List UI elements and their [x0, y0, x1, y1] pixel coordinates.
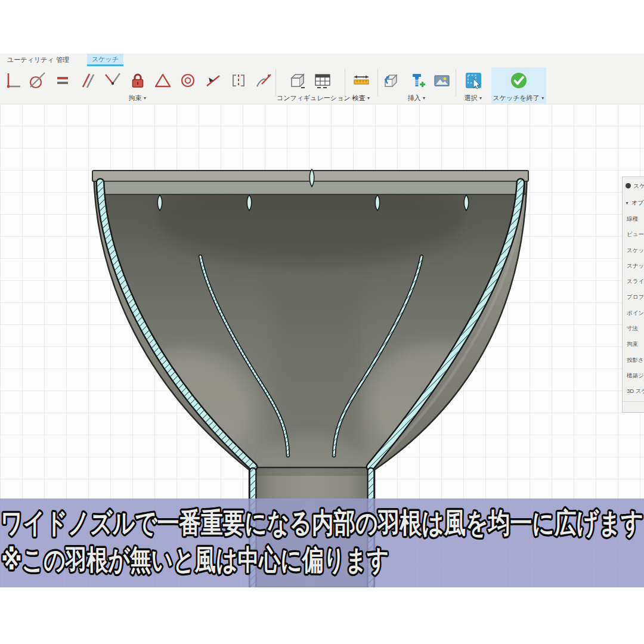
configuration-group-label[interactable]: コンフィギュレーション▼ — [277, 94, 343, 103]
insert-image-icon[interactable] — [432, 68, 452, 93]
palette-item-slice[interactable]: スライス — [623, 274, 644, 289]
subtitle-line-1: ワイドノズルで一番重要になる内部の羽根は風を均一に広げます — [1, 506, 643, 539]
fix-lock-icon[interactable] — [128, 68, 148, 93]
palette-item-constraints[interactable]: 拘束 — [623, 336, 644, 352]
select-group: 選択▼ — [457, 67, 490, 104]
palette-item-sketch-grid[interactable]: スケッチ — [623, 243, 644, 258]
subtitle-line-2: ※この羽根が無いと風は中心に偏ります — [1, 543, 389, 576]
finish-sketch-button[interactable]: スケッチを終了▼ — [491, 67, 546, 103]
measure-ruler-icon[interactable] — [351, 68, 371, 93]
tab-utilities[interactable]: ユーティリティ — [2, 54, 59, 66]
chevron-down-icon: ▼ — [479, 96, 483, 100]
curvature-icon[interactable] — [253, 68, 273, 93]
tangent-icon[interactable] — [27, 68, 48, 93]
polygon-icon[interactable] — [153, 68, 173, 93]
palette-item-construction[interactable]: 構築ジ — [623, 368, 644, 383]
toolbar-ribbon: ユーティリティ 管理 スケッチ — [0, 54, 644, 104]
top-white-margin — [0, 0, 644, 54]
toolbar-separator — [456, 69, 456, 97]
bottom-white-margin — [0, 587, 644, 644]
concentric-icon[interactable] — [178, 68, 198, 93]
select-marquee-icon[interactable] — [463, 68, 484, 93]
subtitle-overlay: ワイドノズルで一番重要になる内部の羽根は風を均一に広げます ※この羽根が無いと風… — [0, 499, 644, 587]
insert-fastener-icon[interactable] — [407, 68, 427, 93]
palette-item-linetype[interactable]: 線種 — [623, 211, 644, 227]
collinear-icon[interactable] — [203, 68, 223, 93]
inspect-group-label[interactable]: 検査▼ — [346, 94, 377, 103]
coincident-icon[interactable] — [103, 68, 123, 93]
palette-item-projected[interactable]: 投影さ — [623, 352, 644, 368]
equal-icon[interactable] — [52, 68, 73, 93]
toolbar-separator — [345, 69, 345, 97]
finish-sketch-check-icon — [509, 68, 529, 93]
panel-grip-icon — [626, 183, 631, 188]
constraints-group: 拘束▼ — [1, 67, 274, 104]
select-group-label[interactable]: 選択▼ — [457, 94, 490, 103]
configuration-cube-icon[interactable] — [287, 68, 308, 93]
sketch-palette-panel: スケッ ▼ オプシ 線種 ビュー正 スケッチ スナップ スライス プロファ ポイ… — [622, 177, 644, 413]
configuration-group: コンフィギュレーション▼ — [277, 67, 343, 104]
options-section-label: オプシ — [631, 199, 644, 207]
palette-divider — [623, 401, 644, 402]
chevron-down-icon: ▼ — [422, 96, 426, 100]
configuration-table-icon[interactable] — [312, 68, 333, 93]
palette-item-profile[interactable]: プロファ — [623, 289, 644, 305]
chevron-down-icon: ▼ — [541, 96, 545, 100]
insert-group: 挿入▼ — [379, 67, 455, 104]
chevron-down-icon: ▼ — [367, 96, 371, 100]
palette-item-look-at[interactable]: ビュー正 — [623, 227, 644, 242]
toolbar-separator — [275, 69, 276, 97]
sketch-palette-title: スケッ — [633, 182, 644, 190]
palette-item-dimensions[interactable]: 寸法 — [623, 321, 644, 336]
palette-item-3d-sketch[interactable]: 3D スケ — [623, 383, 644, 399]
inspect-group: 検査▼ — [346, 67, 377, 104]
insert-group-label[interactable]: 挿入▼ — [379, 94, 455, 103]
finish-sketch-label: スケッチを終了▼ — [493, 94, 544, 103]
perpendicular-icon[interactable] — [2, 68, 23, 93]
tab-sketch[interactable]: スケッチ — [87, 54, 123, 66]
symmetry-icon[interactable] — [228, 68, 248, 93]
insert-derive-icon[interactable] — [382, 68, 402, 93]
constraints-group-label[interactable]: 拘束▼ — [1, 94, 274, 103]
sketch-palette-header[interactable]: スケッ — [623, 177, 644, 194]
palette-item-snap[interactable]: スナップ — [623, 258, 644, 274]
toolbar-separator — [377, 69, 378, 97]
tab-manage[interactable]: 管理 — [51, 54, 74, 66]
chevron-down-icon: ▼ — [143, 96, 147, 100]
palette-item-points[interactable]: ポイント — [623, 305, 644, 321]
chevron-down-icon: ▼ — [625, 201, 629, 205]
parallel-icon[interactable] — [78, 68, 98, 93]
palette-options-section[interactable]: ▼ オプシ — [623, 194, 644, 211]
